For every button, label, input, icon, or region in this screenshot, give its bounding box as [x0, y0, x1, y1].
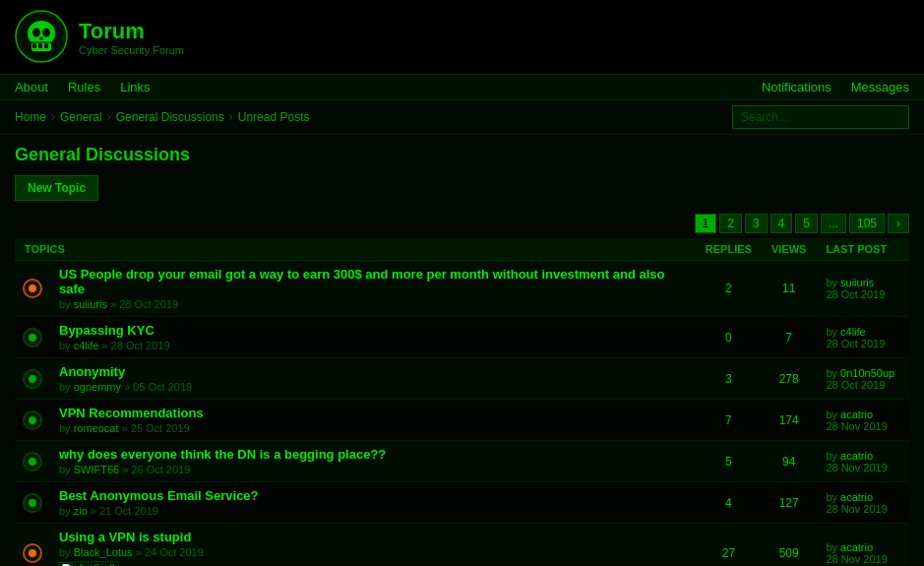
- breadcrumb-unread-posts[interactable]: Unread Posts: [238, 110, 310, 124]
- table-row: Best Anonymous Email Service?by zio » 21…: [15, 482, 909, 524]
- topic-views: 174: [762, 400, 816, 441]
- topic-dot-icon: [29, 375, 36, 383]
- topic-icon-cell: [15, 317, 49, 358]
- table-row: Bypassing KYCby c4life » 28 Oct 201907by…: [15, 317, 909, 358]
- nav-notifications[interactable]: Notifications: [762, 80, 832, 94]
- last-post-author[interactable]: acatrio: [840, 541, 873, 553]
- nav-about[interactable]: About: [15, 80, 48, 94]
- topic-replies: 27: [696, 524, 762, 567]
- breadcrumb-sep-2: ›: [107, 110, 111, 124]
- topic-title-link[interactable]: Bypassing KYC: [59, 323, 154, 338]
- topic-author-link[interactable]: romeocat: [74, 422, 119, 434]
- site-branding: Torum Cyber Security Forum: [79, 19, 184, 56]
- page-btn-ellipsis: ...: [821, 214, 846, 233]
- svg-rect-8: [44, 43, 48, 48]
- topic-status-icon: [23, 452, 42, 472]
- topic-author-link[interactable]: SWIFT66: [74, 464, 119, 475]
- topics-table: TOPICS REPLIES VIEWS LAST POST US People…: [15, 238, 909, 566]
- topic-icon-cell: [15, 482, 49, 524]
- topic-replies: 5: [696, 441, 762, 482]
- topic-meta: by c4life » 28 Oct 2019: [59, 340, 686, 351]
- topic-meta: by ognemmy » 05 Oct 2019: [59, 381, 686, 393]
- table-row: US People drop your email got a way to e…: [15, 261, 909, 317]
- page-btn-105[interactable]: 105: [849, 214, 885, 233]
- page-title: General Discussions: [15, 145, 909, 165]
- topic-meta: by zio » 21 Oct 2019: [59, 505, 686, 517]
- page-btn-3[interactable]: 3: [745, 214, 768, 233]
- topic-status-icon: [23, 493, 42, 513]
- topic-views: 509: [762, 524, 816, 567]
- topic-main-cell: VPN Recommendationsby romeocat » 25 Oct …: [49, 400, 696, 441]
- topic-page-link[interactable]: 1: [75, 561, 89, 566]
- topic-last-post: by acatrio28 Nov 2019: [816, 482, 909, 524]
- topic-page-link[interactable]: 3: [105, 561, 119, 566]
- topic-title-link[interactable]: VPN Recommendations: [59, 406, 204, 420]
- topic-last-post: by c4life28 Oct 2019: [816, 317, 909, 358]
- topic-title-link[interactable]: US People drop your email got a way to e…: [59, 267, 664, 296]
- svg-point-4: [42, 29, 50, 37]
- table-row: Using a VPN is stupidby Black_Lotus » 24…: [15, 524, 909, 567]
- table-row: VPN Recommendationsby romeocat » 25 Oct …: [15, 400, 909, 441]
- topic-icon-cell: [15, 441, 49, 482]
- page-btn-1[interactable]: 1: [695, 214, 717, 233]
- search-input[interactable]: [732, 105, 909, 129]
- topic-main-cell: why does everyone think the DN is a begg…: [49, 441, 696, 482]
- site-header: Torum Cyber Security Forum: [0, 0, 924, 75]
- svg-rect-7: [38, 43, 42, 48]
- last-post-author[interactable]: acatrio: [840, 409, 873, 420]
- topic-author-link[interactable]: Black_Lotus: [74, 546, 133, 558]
- topics-list: US People drop your email got a way to e…: [15, 261, 909, 567]
- topic-author-link[interactable]: suiiuris: [74, 298, 107, 310]
- site-subtitle: Cyber Security Forum: [79, 44, 184, 56]
- topic-last-post: by suiiuris28 Oct 2019: [816, 261, 909, 317]
- topic-author-link[interactable]: c4life: [74, 340, 99, 351]
- page-btn-2[interactable]: 2: [719, 214, 742, 233]
- topic-status-icon: [23, 543, 42, 563]
- topic-page-link[interactable]: 2: [91, 561, 104, 566]
- navbar: About Rules Links Notifications Messages: [0, 75, 924, 100]
- topic-title-link[interactable]: Using a VPN is stupid: [59, 530, 191, 544]
- last-post-author[interactable]: c4life: [840, 326, 866, 338]
- topic-dot-icon: [29, 549, 36, 557]
- topics-table-container: TOPICS REPLIES VIEWS LAST POST US People…: [0, 238, 924, 566]
- topic-title-link[interactable]: Anonymity: [59, 364, 125, 379]
- topic-author-link[interactable]: zio: [74, 505, 88, 517]
- col-topics: TOPICS: [15, 238, 696, 261]
- topic-main-cell: Bypassing KYCby c4life » 28 Oct 2019: [49, 317, 696, 358]
- topic-title-link[interactable]: Best Anonymous Email Service?: [59, 488, 259, 503]
- skull-logo-icon: [15, 10, 69, 64]
- nav-messages[interactable]: Messages: [851, 80, 909, 94]
- topic-replies: 0: [696, 317, 762, 358]
- breadcrumb-general-discussions[interactable]: General Discussions: [116, 110, 224, 124]
- svg-point-5: [39, 37, 43, 40]
- page-btn-5[interactable]: 5: [795, 214, 818, 233]
- svg-rect-6: [32, 43, 36, 48]
- breadcrumb-sep-3: ›: [229, 110, 233, 124]
- col-replies: REPLIES: [696, 238, 762, 261]
- breadcrumb-general[interactable]: General: [60, 110, 102, 124]
- page-btn-next[interactable]: ›: [888, 214, 909, 233]
- pagination-top: 1 2 3 4 5 ... 105 ›: [0, 209, 924, 238]
- breadcrumb-sep-1: ›: [51, 110, 55, 124]
- breadcrumb: Home › General › General Discussions › U…: [15, 110, 309, 124]
- breadcrumb-home[interactable]: Home: [15, 110, 46, 124]
- topic-status-icon: [23, 410, 42, 430]
- topic-meta: by Black_Lotus » 24 Oct 2019: [59, 546, 686, 558]
- topic-author-link[interactable]: ognemmy: [74, 381, 121, 393]
- page-icon: 📄: [59, 562, 73, 567]
- topic-title-link[interactable]: why does everyone think the DN is a begg…: [59, 447, 386, 462]
- new-topic-button[interactable]: New Topic: [15, 175, 98, 201]
- topic-last-post: by 0n10n50up28 Oct 2019: [816, 358, 909, 400]
- page-btn-4[interactable]: 4: [770, 214, 793, 233]
- last-post-author[interactable]: suiiuris: [840, 277, 874, 288]
- topic-views: 94: [762, 441, 816, 482]
- topic-meta: by suiiuris » 28 Oct 2019: [59, 298, 686, 310]
- last-post-author[interactable]: 0n10n50up: [840, 367, 894, 379]
- last-post-author[interactable]: acatrio: [840, 450, 873, 462]
- nav-rules[interactable]: Rules: [68, 80, 100, 94]
- last-post-author[interactable]: acatrio: [840, 491, 873, 503]
- nav-links[interactable]: Links: [120, 80, 150, 94]
- topic-replies: 2: [696, 261, 762, 317]
- topic-replies: 3: [696, 358, 762, 400]
- topic-icon-cell: [15, 358, 49, 400]
